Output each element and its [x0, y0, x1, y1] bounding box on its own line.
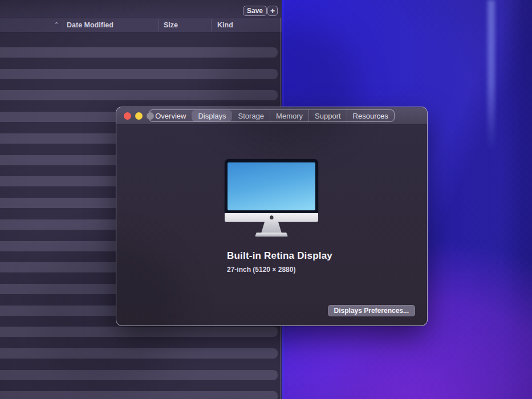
list-row: [0, 69, 278, 79]
tab-storage[interactable]: Storage: [232, 110, 270, 121]
apple-logo-icon: [270, 215, 274, 219]
display-info: Built-in Retina Display 27-inch (5120 × …: [227, 250, 332, 274]
wallpaper-light-streak: [488, 0, 495, 151]
imac-display-icon: [225, 159, 318, 237]
display-resolution: 27-inch (5120 × 2880): [227, 266, 332, 274]
list-row: [0, 370, 278, 380]
tab-displays[interactable]: Displays: [192, 110, 232, 121]
dialog-toolbar: Save +: [0, 0, 282, 18]
traffic-lights: [124, 112, 154, 120]
list-row: [0, 391, 278, 399]
tab-support[interactable]: Support: [308, 110, 347, 121]
tab-overview[interactable]: Overview: [149, 110, 192, 121]
imac-chin: [225, 213, 318, 222]
zoom-button[interactable]: [147, 112, 154, 120]
displays-pane: Built-in Retina Display 27-inch (5120 × …: [116, 125, 427, 326]
about-this-mac-window: Overview Displays Storage Memory Support…: [116, 107, 428, 326]
imac-stand: [261, 222, 282, 233]
save-button[interactable]: Save: [243, 6, 267, 16]
tab-memory[interactable]: Memory: [270, 110, 308, 121]
sort-ascending-icon[interactable]: ⌃: [51, 21, 62, 28]
imac-bezel: [225, 159, 318, 213]
column-divider[interactable]: [159, 19, 159, 31]
tab-resources[interactable]: Resources: [347, 110, 394, 121]
about-tabs: Overview Displays Storage Memory Support…: [149, 109, 395, 122]
column-header-size[interactable]: Size: [164, 21, 178, 29]
column-divider[interactable]: [211, 19, 212, 31]
close-button[interactable]: [124, 112, 131, 120]
list-row: [0, 348, 278, 359]
titlebar[interactable]: Overview Displays Storage Memory Support…: [116, 107, 427, 125]
displays-preferences-button[interactable]: Displays Preferences...: [328, 305, 415, 316]
minimize-button[interactable]: [135, 112, 143, 120]
list-row: [0, 327, 278, 337]
list-row: [0, 47, 278, 58]
column-divider[interactable]: [63, 19, 63, 31]
desktop-screen: Save + ⌃ Date Modified Size Kind: [0, 0, 532, 399]
list-row: [0, 90, 278, 100]
imac-stand-base: [255, 233, 288, 237]
display-name: Built-in Retina Display: [227, 250, 332, 262]
column-header-kind[interactable]: Kind: [217, 21, 233, 29]
column-header-date-modified[interactable]: Date Modified: [67, 21, 113, 29]
imac-screen: [228, 162, 315, 210]
file-list-header: ⌃ Date Modified Size Kind: [0, 18, 282, 32]
new-folder-button[interactable]: +: [267, 6, 278, 16]
